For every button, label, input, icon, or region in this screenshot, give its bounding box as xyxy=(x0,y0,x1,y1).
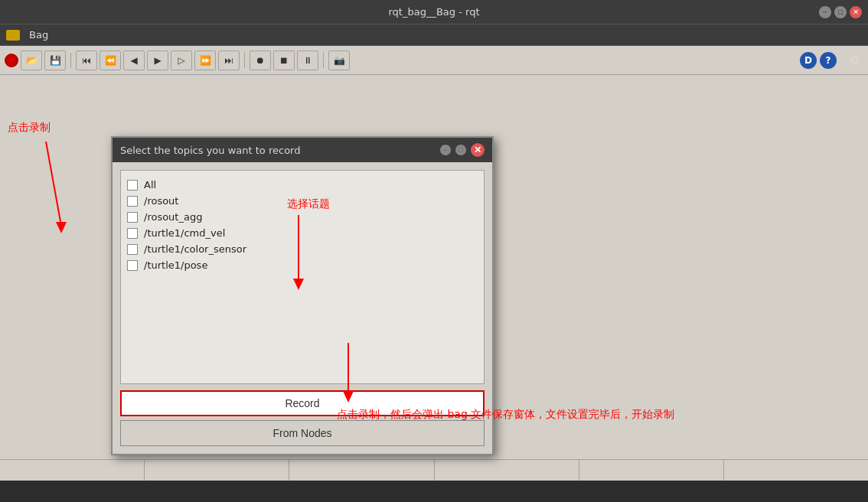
tb-stop-button[interactable]: ⏹ xyxy=(273,51,295,70)
annotation-record-instruction: 点击录制，然后会弹出 bag 文件保存窗体，文件设置完毕后，开始录制 xyxy=(337,339,674,422)
arrow-3-svg xyxy=(337,339,360,408)
window-title: rqt_bag__Bag - rqt xyxy=(52,6,816,18)
topic-checkbox-2[interactable] xyxy=(127,212,138,223)
tb-save-button[interactable]: 💾 xyxy=(44,51,66,70)
topic-checkbox-4[interactable] xyxy=(127,244,138,255)
topic-checkbox-1[interactable] xyxy=(127,196,138,207)
dash-label: - O xyxy=(840,54,863,66)
help-button[interactable]: ? xyxy=(820,52,837,69)
topic-checkbox-5[interactable] xyxy=(127,260,138,271)
dialog-win-controls: − □ ✕ xyxy=(440,143,485,157)
topic-label-0: All xyxy=(144,179,156,191)
arrow-2-svg xyxy=(287,211,310,295)
dialog-maximize-button[interactable]: □ xyxy=(455,145,466,155)
window-controls: − □ ✕ xyxy=(816,6,862,18)
maximize-button[interactable]: □ xyxy=(834,6,847,18)
tb-pause-button[interactable]: ⏸ xyxy=(297,51,318,70)
dialog-title: Select the topics you want to record xyxy=(120,145,300,156)
tb-play-button[interactable]: ▶ xyxy=(147,51,168,70)
topic-item[interactable]: All xyxy=(127,177,478,193)
topic-label-4: /turtle1/color_sensor xyxy=(144,243,246,255)
close-button[interactable]: ✕ xyxy=(850,6,862,18)
tb-screenshot-button[interactable]: 📷 xyxy=(328,51,350,70)
title-bar: rqt_bag__Bag - rqt − □ ✕ xyxy=(0,0,868,24)
topic-checkbox-0[interactable] xyxy=(127,180,138,191)
tb-skip-end-button[interactable]: ⏭ xyxy=(218,51,240,70)
menu-bag[interactable]: Bag xyxy=(23,26,54,44)
bag-icon xyxy=(6,30,20,41)
dialog-title-bar: Select the topics you want to record − □… xyxy=(113,138,492,162)
main-content: 点击录制 Select the topics you want to recor… xyxy=(0,75,868,481)
d-label: D xyxy=(800,52,817,69)
tb-prev-button[interactable]: ⏪ xyxy=(100,51,121,70)
minimize-button[interactable]: − xyxy=(819,6,831,18)
toolbar: 📂 💾 ⏮ ⏪ ◀ ▶ ▷ ⏩ ⏭ ⏺ ⏹ ⏸ 📷 D ? - O xyxy=(0,46,868,75)
record-indicator xyxy=(5,54,18,67)
topic-label-5: /turtle1/pose xyxy=(144,259,207,271)
topic-label-3: /turtle1/cmd_vel xyxy=(144,227,225,239)
annotation-select-topics: 选择话题 xyxy=(287,197,330,295)
topic-checkbox-3[interactable] xyxy=(127,228,138,239)
tb-forward-button[interactable]: ▷ xyxy=(171,51,192,70)
toolbar-separator-1 xyxy=(70,53,71,68)
from-nodes-button[interactable]: From Nodes xyxy=(120,420,485,446)
dialog-minimize-button[interactable]: − xyxy=(440,145,451,155)
menu-bar: Bag xyxy=(0,24,868,46)
svg-marker-5 xyxy=(343,391,354,403)
tb-record-button[interactable]: ⏺ xyxy=(250,51,271,70)
toolbar-separator-3 xyxy=(323,53,324,68)
dialog-overlay: Select the topics you want to record − □… xyxy=(0,75,868,481)
toolbar-separator-2 xyxy=(244,53,245,68)
topic-label-1: /rosout xyxy=(144,195,178,207)
tb-skip-start-button[interactable]: ⏮ xyxy=(76,51,97,70)
tb-back-button[interactable]: ◀ xyxy=(123,51,145,70)
tb-open-button[interactable]: 📂 xyxy=(21,51,42,70)
tb-fast-forward-button[interactable]: ⏩ xyxy=(194,51,216,70)
dialog-close-button[interactable]: ✕ xyxy=(471,143,485,157)
topic-label-2: /rosout_agg xyxy=(144,211,202,223)
svg-marker-3 xyxy=(293,279,304,290)
